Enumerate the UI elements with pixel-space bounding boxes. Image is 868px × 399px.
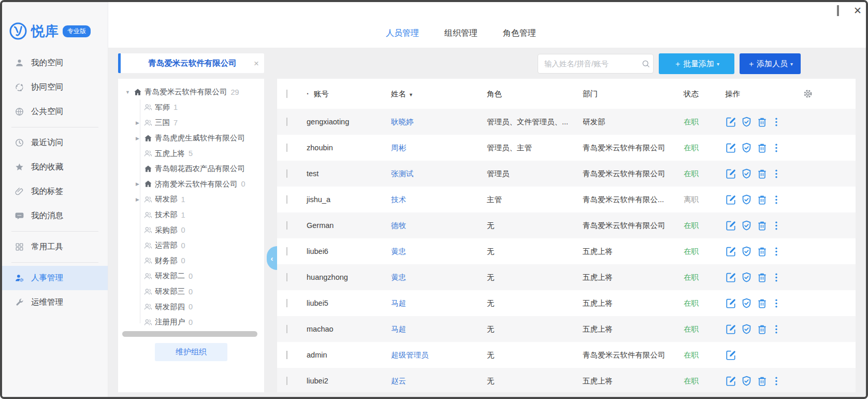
- name-link[interactable]: 马超: [391, 299, 406, 307]
- name-link[interactable]: 黄忠: [391, 273, 406, 281]
- table-row[interactable]: machao 马超 无 五虎上将 在职: [277, 316, 856, 342]
- name-link[interactable]: 张测试: [391, 169, 414, 178]
- more-icon[interactable]: [773, 375, 780, 387]
- tree-node[interactable]: 研发部三 0: [118, 284, 264, 300]
- collapse-panel-handle[interactable]: ‹: [267, 246, 277, 270]
- sidebar-item-tags[interactable]: 我的标签: [2, 179, 108, 204]
- name-link[interactable]: 德牧: [391, 221, 406, 230]
- more-icon[interactable]: [773, 220, 780, 232]
- tree-node[interactable]: 研发部四 0: [118, 299, 264, 315]
- row-checkbox[interactable]: [286, 195, 287, 204]
- sidebar-item-recent[interactable]: 最近访问: [2, 131, 108, 155]
- more-icon[interactable]: [773, 246, 780, 258]
- table-row[interactable]: liubei2 赵云 无 五虎上将 在职: [277, 368, 856, 392]
- more-icon[interactable]: [773, 116, 780, 128]
- close-icon[interactable]: ×: [254, 59, 259, 68]
- table-row[interactable]: liubei6 黄忠 无 五虎上将 在职: [277, 238, 856, 264]
- shield-check-icon[interactable]: [741, 323, 753, 335]
- expand-arrow-icon[interactable]: ▶: [136, 136, 143, 141]
- shield-check-icon[interactable]: [741, 220, 753, 232]
- tree-node[interactable]: 青岛朝花西农产品有限公司: [118, 161, 264, 177]
- name-link[interactable]: 技术: [391, 195, 406, 204]
- sidebar-item-favorites[interactable]: 我的收藏: [2, 155, 108, 179]
- trash-icon[interactable]: [756, 272, 768, 283]
- shield-check-icon[interactable]: [741, 168, 753, 180]
- tree-node[interactable]: 注册用户 0: [118, 315, 264, 330]
- tree-node[interactable]: 财务部 0: [118, 253, 264, 269]
- trash-icon[interactable]: [756, 323, 768, 335]
- trash-icon[interactable]: [756, 142, 768, 154]
- tab-roles[interactable]: 角色管理: [503, 28, 536, 39]
- name-link[interactable]: 耿晓婷: [391, 118, 414, 126]
- expand-arrow-icon[interactable]: ▶: [136, 181, 143, 187]
- sidebar-item-collab-space[interactable]: 协同空间: [2, 75, 108, 99]
- name-link[interactable]: 赵云: [391, 377, 406, 385]
- edit-icon[interactable]: [725, 220, 737, 232]
- search-box[interactable]: [538, 54, 654, 74]
- shield-check-icon[interactable]: [741, 142, 753, 154]
- tab-personnel[interactable]: 人员管理: [386, 28, 419, 39]
- close-button[interactable]: ✕: [853, 6, 862, 16]
- name-link[interactable]: 周彬: [391, 144, 406, 152]
- table-row[interactable]: liubei5 马超 无 五虎上将 在职: [277, 290, 856, 316]
- name-link[interactable]: 黄忠: [391, 247, 406, 255]
- trash-icon[interactable]: [756, 168, 768, 180]
- shield-check-icon[interactable]: [741, 246, 753, 258]
- trash-icon[interactable]: [756, 246, 768, 258]
- select-all-checkbox[interactable]: [286, 90, 287, 98]
- column-settings-gear-icon[interactable]: [803, 89, 813, 99]
- col-name[interactable]: 姓名▼: [384, 89, 480, 99]
- edit-icon[interactable]: [725, 194, 737, 206]
- trash-icon[interactable]: [756, 297, 768, 309]
- batch-add-button[interactable]: ＋ 批量添加 ▾: [659, 53, 734, 74]
- tree-node[interactable]: 研发部二 0: [118, 268, 264, 284]
- name-link[interactable]: 超级管理员: [391, 351, 429, 359]
- row-checkbox[interactable]: [286, 247, 287, 255]
- more-icon[interactable]: [773, 323, 780, 335]
- tree-node[interactable]: ▶ 青岛虎虎生威软件有限公司: [118, 131, 264, 146]
- row-checkbox[interactable]: [286, 169, 287, 178]
- search-input[interactable]: [538, 60, 641, 68]
- table-row[interactable]: gengxiaoting 耿晓婷 管理员、文件管理员、... 研发部 在职: [277, 109, 856, 135]
- tree-node[interactable]: ▶ 济南爱米云软件有限公司 0: [118, 177, 264, 192]
- more-icon[interactable]: [773, 272, 780, 283]
- shield-check-icon[interactable]: [741, 375, 753, 387]
- trash-icon[interactable]: [756, 194, 768, 206]
- table-row[interactable]: zhoubin 周彬 管理员、主管 青岛爱米云软件有限公司 在职: [277, 135, 856, 161]
- edit-icon[interactable]: [725, 246, 737, 258]
- trash-icon[interactable]: [756, 220, 768, 232]
- tree-node[interactable]: ▼ 青岛爱米云软件有限公司 29: [118, 84, 264, 100]
- edit-icon[interactable]: [725, 168, 737, 180]
- sidebar-item-common-tools[interactable]: 常用工具: [2, 235, 108, 259]
- tree-node[interactable]: ▶ 研发部 1: [118, 192, 264, 207]
- more-icon[interactable]: [773, 168, 780, 180]
- tree-node[interactable]: 采购部 0: [118, 222, 264, 238]
- row-checkbox[interactable]: [286, 299, 287, 307]
- table-row[interactable]: German 德牧 无 青岛爱米云软件有限公司 在职: [277, 212, 856, 238]
- maximize-button[interactable]: [837, 6, 839, 16]
- row-checkbox[interactable]: [286, 377, 287, 385]
- shield-check-icon[interactable]: [741, 297, 753, 309]
- trash-icon[interactable]: [756, 375, 768, 387]
- table-row[interactable]: test 张测试 管理员 青岛爱米云软件有限公司 在职: [277, 161, 856, 187]
- trash-icon[interactable]: [756, 116, 768, 128]
- tree-horizontal-scrollbar[interactable]: [122, 331, 260, 337]
- name-link[interactable]: 马超: [391, 325, 406, 333]
- edit-icon[interactable]: [725, 297, 737, 309]
- more-icon[interactable]: [773, 194, 780, 206]
- row-checkbox[interactable]: [286, 144, 287, 152]
- row-checkbox[interactable]: [286, 118, 287, 126]
- add-person-button[interactable]: ＋ 添加人员 ▾: [740, 53, 801, 74]
- sidebar-item-my-space[interactable]: 我的空间: [2, 51, 108, 75]
- shield-check-icon[interactable]: [741, 194, 753, 206]
- tab-organization[interactable]: 组织管理: [444, 28, 478, 39]
- more-icon[interactable]: [773, 142, 780, 154]
- expand-arrow-icon[interactable]: ▼: [125, 90, 133, 95]
- sidebar-item-ops-management[interactable]: 运维管理: [2, 290, 108, 315]
- tree-node[interactable]: 军师 1: [118, 100, 264, 116]
- org-tab[interactable]: 青岛爱米云软件有限公司 ×: [118, 53, 264, 73]
- edit-icon[interactable]: [725, 323, 737, 335]
- search-icon[interactable]: [641, 59, 650, 68]
- table-row[interactable]: huangzhong 黄忠 无 五虎上将 在职: [277, 264, 856, 290]
- expand-arrow-icon[interactable]: ▶: [136, 197, 143, 202]
